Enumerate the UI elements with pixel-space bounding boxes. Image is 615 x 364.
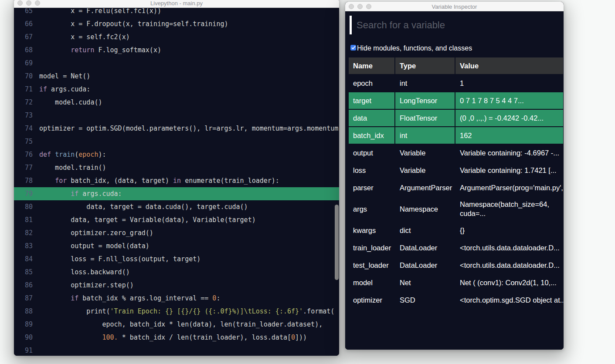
line-number: 85	[25, 266, 39, 279]
code-line-71[interactable]: 71if args.cuda:	[14, 83, 339, 96]
cell-type: SGD	[395, 291, 455, 309]
variable-row-optimizer[interactable]: optimizerSGD<torch.optim.sgd.SGD object …	[348, 291, 564, 309]
code-segment: 100.	[102, 334, 118, 341]
code-segment: optimizer.step()	[39, 281, 134, 289]
code-area[interactable]: 65 x = F.relu(self.fc1(x))66 x = F.dropo…	[14, 8, 339, 356]
code-line-75[interactable]: 75	[14, 135, 339, 148]
code-line-70[interactable]: 70model = Net()	[14, 70, 339, 83]
cell-value: 0 7 1 7 8 7 5 4 4 7...	[455, 92, 564, 109]
code-line-74[interactable]: 74optimizer = optim.SGD(model.parameters…	[14, 122, 339, 135]
line-number: 87	[25, 292, 39, 305]
line-number: 81	[25, 213, 39, 226]
code-segment	[51, 151, 55, 158]
column-header-value[interactable]: Value	[455, 57, 564, 74]
code-line-68[interactable]: 68 return F.log_softmax(x)	[14, 44, 339, 57]
cell-name: data	[348, 109, 395, 127]
code-line-72[interactable]: 72 model.cuda()	[14, 96, 339, 109]
cell-value: (0 ,0 ,.,.) = -0.4242 -0.42...	[455, 109, 564, 127]
variable-row-args[interactable]: argsNamespaceNamespace(batch_size=64, cu…	[348, 196, 564, 222]
code-line-67[interactable]: 67 x = self.fc2(x)	[14, 30, 339, 44]
variable-row-parser[interactable]: parserArgumentParserArgumentParser(prog=…	[348, 179, 564, 196]
code-segment: optimizer.zero_grad()	[39, 229, 153, 237]
code-line-91[interactable]: 91	[14, 344, 339, 356]
code-line-90[interactable]: 90 100. * batch_idx / len(train_loader),…	[14, 331, 339, 344]
editor-titlebar[interactable]: Livepython - main.py	[14, 0, 339, 8]
inspector-titlebar[interactable]: Variable Inspector	[345, 2, 564, 11]
code-segment: data, target = Variable(data), Variable(…	[39, 216, 256, 224]
variable-row-output[interactable]: outputVariableVariable containing: -4.69…	[348, 144, 564, 162]
code-segment: x = self.fc2(x)	[39, 33, 130, 41]
code-segment: loss.backward()	[39, 268, 130, 276]
code-line-73[interactable]: 73	[14, 109, 339, 122]
code-segment: epoch	[78, 151, 98, 158]
code-segment: batch_idx % args.log_interval ==	[78, 294, 212, 302]
code-line-88[interactable]: 88 print('Train Epoch: {} [{}/{} ({:.0f}…	[14, 305, 339, 318]
editor-vertical-scrollbar[interactable]	[335, 205, 339, 280]
cell-name: test_loader	[348, 256, 395, 274]
variable-row-test_loader[interactable]: test_loaderDataLoader<torch.utils.data.d…	[348, 256, 564, 274]
code-line-85[interactable]: 85 loss.backward()	[14, 266, 339, 279]
cell-type: Variable	[395, 144, 455, 162]
cell-name: train_loader	[348, 239, 395, 256]
line-number: 74	[25, 122, 39, 135]
code-line-83[interactable]: 83 output = model(data)	[14, 239, 339, 253]
code-segment	[39, 46, 71, 54]
variable-row-train_loader[interactable]: train_loaderDataLoader<torch.utils.data.…	[348, 239, 564, 256]
search-input[interactable]: Search for a variable	[357, 20, 445, 31]
line-number: 77	[25, 161, 39, 174]
variable-row-epoch[interactable]: epochint1	[348, 74, 564, 92]
column-header-name[interactable]: Name	[348, 57, 395, 74]
code-segment: ]))	[295, 334, 307, 341]
cell-value: Variable containing: 1.7421 [...	[455, 162, 564, 179]
inspector-content: Search for a variable Hide modules, func…	[345, 12, 564, 350]
code-line-87[interactable]: 87 if batch_idx % args.log_interval == 0…	[14, 292, 339, 305]
code-line-69[interactable]: 69	[14, 57, 339, 70]
code-segment: model = Net()	[39, 72, 90, 80]
variable-row-data[interactable]: dataFloatTensor(0 ,0 ,.,.) = -0.4242 -0.…	[348, 109, 564, 127]
search-caret	[350, 16, 352, 34]
hide-modules-checkbox[interactable]	[350, 45, 356, 51]
code-segment: epoch, batch_idx * len(data), len(train_…	[39, 320, 323, 328]
code-segment: enumerate(train_loader):	[181, 177, 279, 185]
line-number: 80	[25, 200, 39, 213]
code-segment: :	[216, 294, 220, 302]
cell-name: batch_idx	[348, 127, 395, 144]
code-segment: (	[75, 151, 78, 158]
code-line-78[interactable]: 78 for batch_idx, (data, target) in enum…	[14, 174, 339, 187]
code-line-82[interactable]: 82 optimizer.zero_grad()	[14, 226, 339, 239]
code-segment: def	[39, 151, 51, 158]
line-number: 78	[25, 174, 39, 187]
cell-value: Namespace(batch_size=64, cuda=...	[455, 196, 564, 222]
variable-row-batch_idx[interactable]: batch_idxint162	[348, 127, 564, 144]
code-lines: 65 x = F.relu(self.fc1(x))66 x = F.dropo…	[14, 8, 339, 356]
code-line-65[interactable]: 65 x = F.relu(self.fc1(x))	[14, 8, 339, 17]
code-line-89[interactable]: 89 epoch, batch_idx * len(data), len(tra…	[14, 318, 339, 331]
code-segment: optimizer = optim.SGD(model.parameters()…	[39, 125, 338, 132]
code-line-77[interactable]: 77 model.train()	[14, 161, 339, 174]
code-line-80[interactable]: 80 data, target = data.cuda(), target.cu…	[14, 200, 339, 213]
cell-name: target	[348, 92, 395, 109]
variable-row-target[interactable]: targetLongTensor0 7 1 7 8 7 5 4 4 7...	[348, 92, 564, 109]
code-line-66[interactable]: 66 x = F.dropout(x, training=self.traini…	[14, 17, 339, 30]
variable-row-loss[interactable]: lossVariableVariable containing: 1.7421 …	[348, 162, 564, 179]
code-line-76[interactable]: 76def train(epoch):	[14, 148, 339, 161]
line-number: 66	[25, 17, 39, 30]
code-segment	[39, 294, 71, 302]
cell-name: model	[348, 274, 395, 291]
code-line-79[interactable]: 79 if args.cuda:	[14, 187, 339, 200]
line-number: 71	[25, 83, 39, 96]
code-line-84[interactable]: 84 loss = F.nll_loss(output, target)	[14, 253, 339, 266]
code-segment: output = model(data)	[39, 242, 150, 250]
cell-value: <torch.utils.data.dataloader.D...	[455, 256, 564, 274]
column-header-type[interactable]: Type	[395, 57, 455, 74]
editor-window: Livepython - main.py 65 x = F.relu(self.…	[14, 0, 339, 356]
line-number: 75	[25, 135, 39, 148]
variable-row-kwargs[interactable]: kwargsdict{}	[348, 222, 564, 239]
hide-modules-label: Hide modules, functions, and classes	[357, 44, 472, 52]
cell-type: Namespace	[395, 196, 455, 222]
code-line-81[interactable]: 81 data, target = Variable(data), Variab…	[14, 213, 339, 226]
code-line-86[interactable]: 86 optimizer.step()	[14, 279, 339, 292]
line-number: 79	[25, 187, 39, 200]
variable-row-model[interactable]: modelNetNet ( (conv1): Conv2d(1, 10,...	[348, 274, 564, 291]
cell-name: loss	[348, 162, 395, 179]
